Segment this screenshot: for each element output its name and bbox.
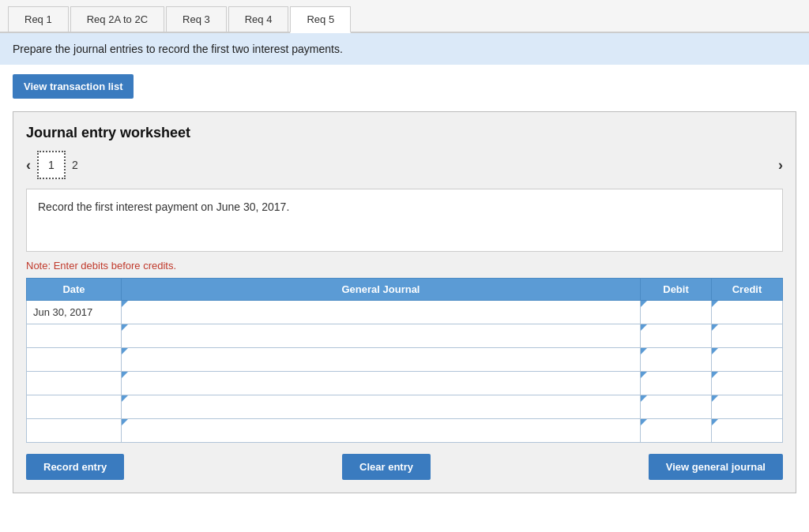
note-text: Note: Enter debits before credits. — [26, 260, 783, 272]
tabs-bar: Req 1 Req 2A to 2C Req 3 Req 4 Req 5 — [0, 0, 809, 33]
worksheet-panel: Journal entry worksheet ‹ 1 2 › Record t… — [13, 111, 796, 493]
table-row: Jun 30, 2017 — [27, 301, 783, 324]
next-page-button[interactable]: › — [778, 157, 783, 174]
description-text: Record the first interest payment on Jun… — [38, 200, 289, 213]
cell-gj-1[interactable] — [122, 301, 641, 324]
cell-date-1[interactable]: Jun 30, 2017 — [27, 301, 122, 324]
cell-credit-2[interactable] — [712, 324, 783, 348]
current-page-number: 1 — [48, 159, 55, 171]
tab-req4[interactable]: Req 4 — [228, 6, 289, 32]
cell-debit-4[interactable] — [641, 372, 712, 395]
table-row — [27, 419, 783, 443]
cell-gj-2[interactable] — [122, 324, 641, 348]
cell-credit-3[interactable] — [712, 348, 783, 372]
tab-req5[interactable]: Req 5 — [290, 6, 351, 33]
cell-date-3[interactable] — [27, 348, 122, 372]
cell-credit-1[interactable] — [712, 301, 783, 324]
tab-req3[interactable]: Req 3 — [166, 6, 227, 32]
cell-credit-6[interactable] — [712, 419, 783, 443]
cell-gj-4[interactable] — [122, 372, 641, 395]
view-general-journal-button[interactable]: View general journal — [649, 454, 783, 480]
cell-credit-4[interactable] — [712, 372, 783, 395]
col-header-general-journal: General Journal — [122, 279, 641, 301]
cell-debit-6[interactable] — [641, 419, 712, 443]
cell-debit-5[interactable] — [641, 395, 712, 419]
description-box: Record the first interest payment on Jun… — [26, 189, 783, 252]
cell-gj-6[interactable] — [122, 419, 641, 443]
cell-gj-3[interactable] — [122, 348, 641, 372]
nav-row: ‹ 1 2 › — [26, 151, 783, 179]
tab-req2a2c[interactable]: Req 2A to 2C — [70, 6, 164, 32]
cell-date-2[interactable] — [27, 324, 122, 348]
cell-debit-1[interactable] — [641, 301, 712, 324]
worksheet-title: Journal entry worksheet — [26, 125, 783, 141]
cell-date-5[interactable] — [27, 395, 122, 419]
cell-gj-5[interactable] — [122, 395, 641, 419]
cell-debit-2[interactable] — [641, 324, 712, 348]
instruction-bar: Prepare the journal entries to record th… — [0, 33, 809, 65]
clear-entry-button[interactable]: Clear entry — [342, 454, 431, 480]
col-header-credit: Credit — [712, 279, 783, 301]
col-header-date: Date — [27, 279, 122, 301]
view-transaction-button[interactable]: View transaction list — [13, 74, 134, 99]
col-header-debit: Debit — [641, 279, 712, 301]
instruction-text: Prepare the journal entries to record th… — [13, 43, 343, 55]
table-row — [27, 324, 783, 348]
table-row — [27, 395, 783, 419]
current-page-indicator[interactable]: 1 — [37, 151, 66, 179]
action-row: Record entry Clear entry View general jo… — [26, 454, 783, 480]
table-row — [27, 372, 783, 395]
journal-table: Date General Journal Debit Credit Jun 30… — [26, 278, 783, 443]
table-row — [27, 348, 783, 372]
total-pages-label: 2 — [72, 159, 78, 171]
nav-left: ‹ 1 2 — [26, 151, 78, 179]
prev-page-button[interactable]: ‹ — [26, 157, 31, 174]
cell-date-4[interactable] — [27, 372, 122, 395]
tab-req1[interactable]: Req 1 — [8, 6, 69, 32]
cell-credit-5[interactable] — [712, 395, 783, 419]
cell-debit-3[interactable] — [641, 348, 712, 372]
record-entry-button[interactable]: Record entry — [26, 454, 124, 480]
cell-date-6[interactable] — [27, 419, 122, 443]
